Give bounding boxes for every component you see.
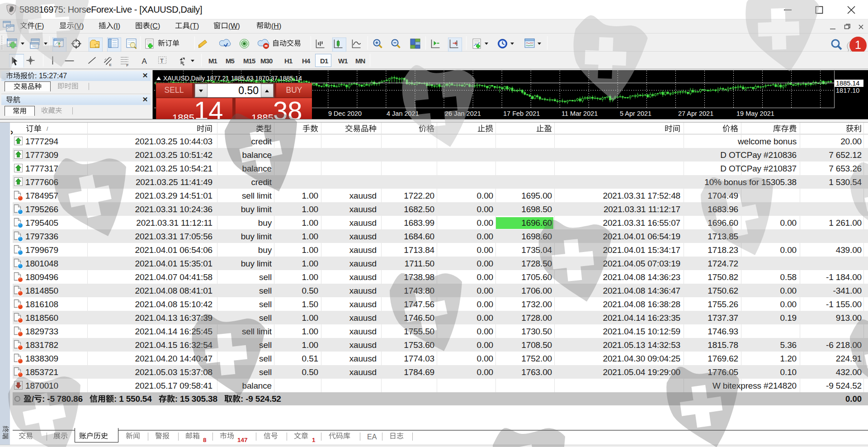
- svg-text:T: T: [160, 57, 164, 64]
- svg-text:1: 1: [855, 38, 861, 51]
- svg-text:E: E: [109, 63, 112, 67]
- svg-text:A: A: [142, 57, 147, 66]
- svg-text:F: F: [127, 63, 129, 67]
